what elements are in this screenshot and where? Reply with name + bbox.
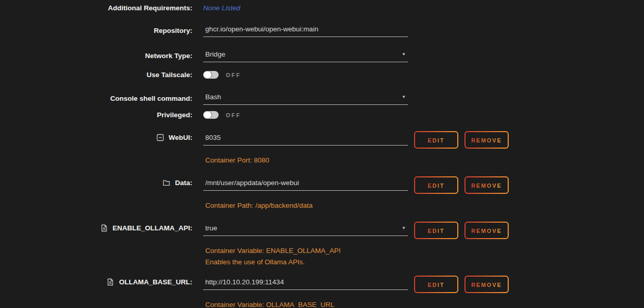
folder-icon: [163, 179, 170, 187]
remove-button-label: REMOVE: [471, 228, 502, 234]
config-buttons: EDIT REMOVE: [414, 176, 509, 194]
edit-button[interactable]: EDIT: [414, 176, 458, 194]
config-notes: Container Variable: ENABLE_OLLAMA_API En…: [203, 245, 644, 268]
chevron-down-icon: ▼: [402, 52, 406, 57]
console-shell-command-value: Bash: [205, 93, 221, 101]
form-row-repository: Repository: ghcr.io/open-webui/open-webu…: [0, 24, 644, 37]
config-buttons: EDIT REMOVE: [414, 222, 509, 239]
additional-requirements-value: None Listed: [203, 4, 240, 12]
form-row-network-type: Network Type: Bridge ▼: [0, 49, 644, 62]
data-label: Data:: [175, 179, 192, 187]
file-icon: [100, 224, 108, 232]
container-variable-note: Container Variable: ENABLE_OLLAMA_API: [205, 245, 644, 257]
use-tailscale-state: OFF: [226, 72, 241, 78]
field-label-cell: WebUI:: [0, 134, 192, 141]
container-port-note: Container Port: 8080: [205, 155, 644, 166]
remove-button-label: REMOVE: [471, 137, 502, 143]
config-group-webui: WebUI: 8035 EDIT REMOVE Container Port: …: [0, 131, 644, 166]
edit-button-label: EDIT: [427, 183, 444, 189]
enable-ollama-api-label: ENABLE_OLLAMA_API:: [113, 224, 192, 232]
webui-label: WebUI:: [169, 134, 192, 141]
privileged-toggle-group: OFF: [203, 111, 241, 119]
ollama-base-url-label: OLLAMA_BASE_URL:: [119, 278, 192, 286]
edit-button[interactable]: EDIT: [414, 276, 458, 293]
config-buttons: EDIT REMOVE: [414, 131, 509, 149]
remove-button[interactable]: REMOVE: [464, 222, 509, 239]
remove-button-label: REMOVE: [471, 183, 502, 189]
edit-button-label: EDIT: [427, 282, 444, 288]
privileged-state: OFF: [226, 112, 241, 118]
form-row-additional-requirements: Additional Requirements: None Listed: [0, 3, 644, 12]
additional-requirements-label: Additional Requirements:: [108, 4, 192, 12]
chevron-down-icon: ▼: [402, 226, 406, 231]
config-notes: Container Path: /app/backend/data: [203, 200, 644, 211]
edit-button-label: EDIT: [427, 137, 444, 143]
remove-button[interactable]: REMOVE: [464, 276, 509, 293]
file-icon: [106, 278, 114, 286]
config-group-main: OLLAMA_BASE_URL: http://10.10.20.199:114…: [0, 276, 644, 293]
webui-port-input[interactable]: 8035: [203, 133, 408, 146]
repository-input[interactable]: ghcr.io/open-webui/open-webui:main: [203, 24, 408, 37]
field-label-cell: Repository:: [0, 27, 192, 34]
repository-label: Repository:: [154, 27, 192, 34]
edit-button[interactable]: EDIT: [414, 131, 458, 149]
container-variable-note: Container Variable: OLLAMA_BASE_URL: [205, 299, 644, 308]
container-settings-form: Additional Requirements: None Listed Rep…: [0, 0, 644, 308]
config-group-main: ENABLE_OLLAMA_API: true ▼ EDIT REMOVE: [0, 222, 644, 239]
config-group-enable-ollama-api: ENABLE_OLLAMA_API: true ▼ EDIT REMOVE Co…: [0, 222, 644, 268]
field-label-cell: Console shell command:: [0, 95, 192, 102]
toggle-knob: [204, 112, 211, 118]
config-notes: Container Variable: OLLAMA_BASE_URL: [203, 299, 644, 308]
toggle-knob: [204, 71, 211, 78]
config-group-main: Data: /mnt/user/appdata/open-webui EDIT …: [0, 176, 644, 194]
port-icon: [156, 134, 164, 141]
field-label-cell: Network Type:: [0, 52, 192, 60]
remove-button-label: REMOVE: [471, 282, 502, 288]
enable-ollama-api-value: true: [205, 224, 217, 232]
network-type-value: Bridge: [205, 50, 225, 58]
network-type-label: Network Type:: [145, 52, 192, 60]
config-notes: Container Port: 8080: [203, 155, 644, 166]
use-tailscale-toggle[interactable]: [203, 71, 219, 79]
data-path-input[interactable]: /mnt/user/appdata/open-webui: [203, 178, 408, 191]
config-group-data: Data: /mnt/user/appdata/open-webui EDIT …: [0, 176, 644, 211]
privileged-toggle[interactable]: [203, 111, 219, 119]
form-row-privileged: Privileged: OFF: [0, 111, 644, 119]
console-shell-command-select[interactable]: Bash ▼: [203, 92, 408, 105]
field-label-cell: ENABLE_OLLAMA_API:: [0, 224, 192, 232]
field-label-cell: Use Tailscale:: [0, 71, 192, 79]
use-tailscale-label: Use Tailscale:: [147, 71, 192, 79]
additional-requirements-value-cell: None Listed: [203, 3, 240, 12]
remove-button[interactable]: REMOVE: [464, 131, 509, 149]
config-group-main: WebUI: 8035 EDIT REMOVE: [0, 131, 644, 149]
field-label-cell: Data:: [0, 179, 192, 187]
container-path-note: Container Path: /app/backend/data: [205, 200, 644, 211]
config-group-ollama-base-url: OLLAMA_BASE_URL: http://10.10.20.199:114…: [0, 276, 644, 308]
form-row-use-tailscale: Use Tailscale: OFF: [0, 71, 644, 79]
console-shell-command-label: Console shell command:: [110, 95, 192, 102]
form-row-console-shell-command: Console shell command: Bash ▼: [0, 92, 644, 105]
edit-button[interactable]: EDIT: [414, 222, 458, 239]
enable-ollama-api-select[interactable]: true ▼: [203, 223, 408, 236]
network-type-select[interactable]: Bridge ▼: [203, 49, 408, 62]
privileged-label: Privileged:: [157, 111, 192, 119]
use-tailscale-toggle-group: OFF: [203, 71, 241, 79]
field-label-cell: Privileged:: [0, 111, 192, 119]
remove-button[interactable]: REMOVE: [464, 176, 509, 194]
chevron-down-icon: ▼: [402, 95, 406, 100]
variable-description-note: Enables the use of Ollama APIs.: [205, 257, 644, 268]
config-buttons: EDIT REMOVE: [414, 276, 509, 293]
ollama-base-url-input[interactable]: http://10.10.20.199:11434: [203, 277, 408, 290]
field-label-cell: OLLAMA_BASE_URL:: [0, 278, 192, 286]
edit-button-label: EDIT: [427, 228, 444, 234]
field-label-cell: Additional Requirements:: [0, 4, 192, 12]
